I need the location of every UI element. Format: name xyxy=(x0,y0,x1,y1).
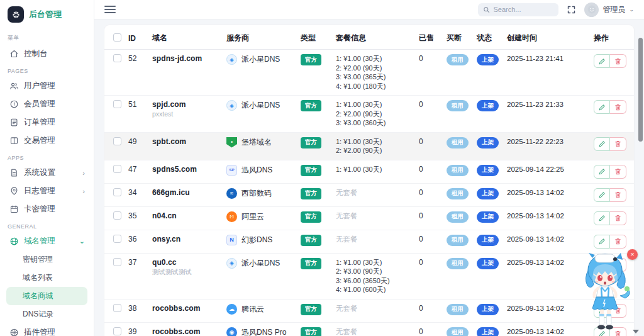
delete-button[interactable] xyxy=(610,100,626,114)
package-line: 2: ¥2.00 (90天) xyxy=(336,64,414,73)
row-checkbox[interactable] xyxy=(113,304,121,312)
row-checkbox[interactable] xyxy=(113,235,121,243)
package-line: 3: ¥3.00 (360天) xyxy=(336,118,414,128)
cell-status: 上架 xyxy=(474,96,504,133)
cell-status: 上架 xyxy=(474,183,504,206)
tencent-provider-icon: ☁ xyxy=(226,304,237,315)
type-badge: 官方 xyxy=(301,258,321,269)
delete-button[interactable] xyxy=(610,211,626,225)
package-line: 1: ¥1.00 (30天) xyxy=(336,258,414,267)
provider-name: 幻影DNS xyxy=(242,235,272,245)
cell-type: 官方 xyxy=(298,253,333,299)
sidebar-item-插件管理[interactable]: 插件管理 xyxy=(6,323,87,336)
cell-id: 36 xyxy=(126,230,150,253)
cell-packages: 1: ¥1.00 (30天)2: ¥2.00 (90天)3: ¥3.00 (36… xyxy=(333,96,416,133)
col-buyout: 买断 xyxy=(444,25,474,50)
table-row: 39 rocobbs.com ◉迅风DNS Pro 官方 无套餐 0 租用 上架… xyxy=(104,322,634,336)
scrollbar-thumb[interactable] xyxy=(638,38,643,142)
app-title: 后台管理 xyxy=(29,9,62,20)
globe-icon xyxy=(9,237,19,247)
table-header-row: ID 域名 服务商 类型 套餐信息 已售 买断 状态 创建时间 操作 xyxy=(104,25,634,50)
row-checkbox[interactable] xyxy=(113,165,121,173)
sidebar-item-用户管理[interactable]: 用户管理 xyxy=(6,77,87,95)
delete-button[interactable] xyxy=(610,137,626,151)
cell-buyout: 租用 xyxy=(444,299,474,322)
row-checkbox[interactable] xyxy=(113,54,121,62)
cell-buyout: 租用 xyxy=(444,50,474,96)
cell-domain: spdns-jd.com xyxy=(150,50,224,96)
edit-button[interactable] xyxy=(594,137,610,151)
cell-sold: 0 xyxy=(416,50,444,96)
sidebar-item-卡密管理[interactable]: 卡密管理 xyxy=(6,200,87,218)
row-checkbox[interactable] xyxy=(113,137,121,145)
sidebar-item-域名管理[interactable]: 域名管理⌄ xyxy=(6,232,87,250)
table-row: 47 spdns5.com SP迅风DNS 官方 1: ¥1.00 (30天) … xyxy=(104,160,634,183)
xunfeng-provider-icon: SP xyxy=(226,165,237,176)
created-time: 2025-11-23 21:33 xyxy=(507,101,564,108)
delete-button[interactable] xyxy=(610,235,626,249)
edit-button[interactable] xyxy=(594,54,610,68)
edit-button[interactable] xyxy=(594,165,610,179)
table-row: 37 qu0.cc测试测试测试 ◈派小星DNS 官方 1: ¥1.00 (30天… xyxy=(104,253,634,299)
sidebar-item-日志管理[interactable]: 日志管理› xyxy=(6,182,87,200)
vertical-scrollbar xyxy=(638,18,643,336)
user-menu[interactable]: 管理员 ⌄ xyxy=(584,3,634,17)
delete-button[interactable] xyxy=(610,54,626,68)
cell-domain: qu0.cc测试测试测试 xyxy=(150,253,224,299)
row-checkbox[interactable] xyxy=(113,258,121,266)
col-packages: 套餐信息 xyxy=(333,25,416,50)
edit-button[interactable] xyxy=(594,211,610,225)
col-status: 状态 xyxy=(474,25,504,50)
cell-buyout: 租用 xyxy=(444,183,474,206)
cell-packages: 无套餐 xyxy=(333,206,416,230)
cell-type: 官方 xyxy=(298,160,333,183)
baota-provider-icon: • xyxy=(226,137,237,148)
avatar xyxy=(584,3,599,17)
domain-table-card: ID 域名 服务商 类型 套餐信息 已售 买断 状态 创建时间 操作 xyxy=(104,25,634,336)
col-provider: 服务商 xyxy=(224,25,298,50)
package-line: 2: ¥2.00 (90天) xyxy=(336,146,414,155)
sidebar: 后台管理 菜单控制台PAGES用户管理会员管理订单管理交易管理APPS系统设置›… xyxy=(0,0,94,336)
buyout-badge: 租用 xyxy=(447,327,469,336)
buyout-badge: 租用 xyxy=(447,137,469,148)
main-area: 管理员 ⌄ ID 域名 服 xyxy=(94,0,644,336)
sidebar-subitem-域名列表[interactable]: 域名列表 xyxy=(6,269,87,287)
cell-domain: n04.cn xyxy=(150,206,224,230)
sidebar-subitem-DNS记录[interactable]: DNS记录 xyxy=(6,305,87,323)
sidebar-item-订单管理[interactable]: 订单管理 xyxy=(6,113,87,132)
row-checkbox[interactable] xyxy=(113,188,121,196)
app-logo[interactable]: 后台管理 xyxy=(6,4,87,29)
row-checkbox[interactable] xyxy=(113,211,121,220)
edit-button[interactable] xyxy=(594,100,610,114)
domain-name: 666gm.icu xyxy=(152,188,221,197)
fullscreen-icon[interactable] xyxy=(567,5,576,14)
user-name: 管理员 xyxy=(602,4,625,15)
select-all-checkbox[interactable] xyxy=(113,33,121,42)
sidebar-item-交易管理[interactable]: 交易管理 xyxy=(6,132,87,150)
no-package-label: 无套餐 xyxy=(336,328,358,335)
paixiaoxing-provider-icon: ◈ xyxy=(226,54,237,65)
sidebar-item-控制台[interactable]: 控制台 xyxy=(6,45,87,63)
provider-name: 西部数码 xyxy=(242,188,272,199)
edit-button[interactable] xyxy=(594,235,610,249)
sidebar-subitem-域名商城[interactable]: 域名商城 xyxy=(6,287,87,305)
sidebar-subitem-密钥管理[interactable]: 密钥管理 xyxy=(6,250,87,269)
row-checkbox[interactable] xyxy=(113,327,121,335)
cell-id: 47 xyxy=(126,160,150,183)
col-id: ID xyxy=(126,25,150,50)
cell-status: 上架 xyxy=(474,160,504,183)
mascot-close-button[interactable]: × xyxy=(627,249,638,260)
delete-button[interactable] xyxy=(610,165,626,179)
search-input[interactable] xyxy=(493,6,553,13)
row-checkbox[interactable] xyxy=(113,100,121,108)
menu-toggle-icon[interactable] xyxy=(104,6,116,13)
cell-packages: 无套餐 xyxy=(333,299,416,322)
provider-name: 腾讯云 xyxy=(242,304,264,315)
cell-buyout: 租用 xyxy=(444,322,474,336)
delete-button[interactable] xyxy=(610,188,626,202)
domain-name: n04.cn xyxy=(152,211,221,220)
sidebar-item-系统设置[interactable]: 系统设置› xyxy=(6,164,87,182)
cell-sold: 0 xyxy=(416,299,444,322)
edit-button[interactable] xyxy=(594,188,610,202)
sidebar-item-会员管理[interactable]: 会员管理 xyxy=(6,95,87,113)
